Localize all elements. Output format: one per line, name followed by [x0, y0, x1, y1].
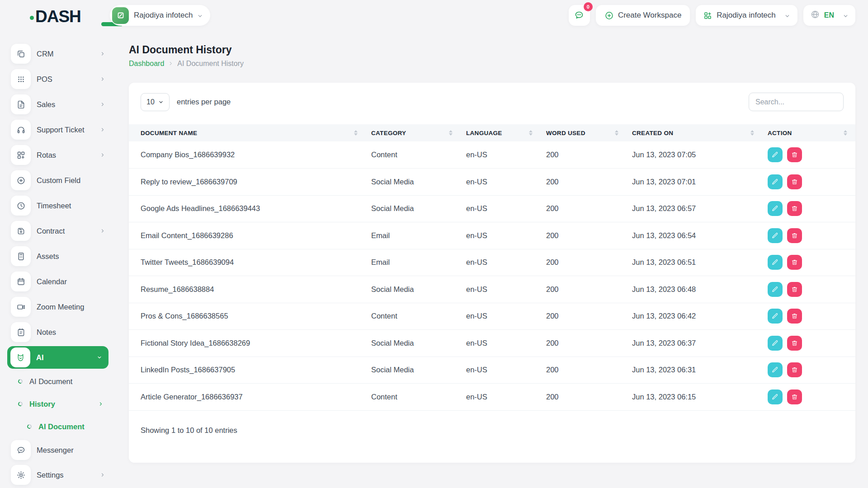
- sort-icon: [529, 130, 533, 136]
- sidebar-item-zoom-meeting[interactable]: Zoom Meeting: [0, 294, 129, 319]
- delete-button[interactable]: [787, 389, 802, 404]
- language-cell: en-US: [461, 357, 541, 384]
- created-on-cell: Jun 13, 2023 06:37: [627, 330, 762, 357]
- sidebar-item-custom-field[interactable]: Custom Field: [0, 168, 129, 193]
- logo-dot-icon: [30, 16, 34, 20]
- sidebar-item-settings[interactable]: Settings: [0, 462, 129, 488]
- create-workspace-button[interactable]: Create Workspace: [596, 5, 690, 26]
- topbar: DASH Rajodiya infotech 0 Create Workspac…: [0, 0, 868, 32]
- table-row: Company Bios_1686639932 Content en-US 20…: [129, 141, 855, 169]
- doc-name-cell: Twitter Tweets_1686639094: [129, 249, 366, 276]
- created-on-cell: Jun 13, 2023 06:31: [627, 357, 762, 384]
- sidebar-item-history[interactable]: History: [0, 393, 129, 415]
- table-row: Twitter Tweets_1686639094 Email en-US 20…: [129, 249, 855, 276]
- delete-button[interactable]: [787, 201, 802, 216]
- word-used-cell: 200: [541, 384, 627, 411]
- sidebar-item-history-ai-document[interactable]: AI Document: [0, 415, 129, 438]
- delete-button[interactable]: [787, 362, 802, 377]
- edit-button[interactable]: [768, 362, 783, 377]
- sidebar-item-ai-document[interactable]: AI Document: [0, 370, 129, 393]
- edit-button[interactable]: [768, 174, 783, 189]
- word-used-cell: 200: [541, 141, 627, 169]
- pencil-icon: [772, 205, 778, 212]
- edit-button[interactable]: [768, 336, 783, 351]
- main-content: AI Document History Dashboard AI Documen…: [129, 32, 855, 488]
- sidebar-item-calendar[interactable]: Calendar: [0, 269, 129, 294]
- entries-per-page-label: entries per page: [177, 98, 231, 106]
- page-size-select[interactable]: 10: [141, 93, 170, 111]
- category-cell: Content: [366, 141, 461, 169]
- delete-button[interactable]: [787, 174, 802, 189]
- doc-name-cell: Company Bios_1686639932: [129, 141, 366, 169]
- sidebar-item-notes[interactable]: Notes: [0, 319, 129, 345]
- edit-button[interactable]: [768, 389, 783, 404]
- pencil-icon: [772, 394, 778, 400]
- sidebar-item-crm[interactable]: CRM: [0, 41, 129, 66]
- column-header-action[interactable]: ACTION: [762, 124, 855, 141]
- breadcrumb-dashboard-link[interactable]: Dashboard: [129, 60, 164, 68]
- sidebar-item-pos[interactable]: POS: [0, 66, 129, 92]
- app-logo[interactable]: DASH: [30, 7, 81, 26]
- chevron-right-icon: [100, 51, 105, 56]
- delete-button[interactable]: [787, 228, 802, 243]
- column-header-word-used[interactable]: WORD USED: [541, 124, 627, 141]
- edit-button[interactable]: [768, 309, 783, 324]
- breadcrumb: Dashboard AI Document History: [129, 60, 855, 68]
- messenger-icon: [11, 440, 31, 460]
- crm-icon: [11, 44, 31, 64]
- pencil-icon: [772, 340, 778, 347]
- table-row: Fictional Story Idea_1686638269 Social M…: [129, 330, 855, 357]
- sidebar-item-contract[interactable]: Contract: [0, 218, 129, 244]
- radial-bullet-icon: [27, 424, 33, 430]
- workspace-pill[interactable]: Rajodiya infotech: [110, 5, 210, 26]
- delete-button[interactable]: [787, 336, 802, 351]
- delete-button[interactable]: [787, 309, 802, 324]
- sidebar-item-timesheet[interactable]: Timesheet: [0, 193, 129, 218]
- edit-button[interactable]: [768, 282, 783, 297]
- category-cell: Email: [366, 249, 461, 276]
- sidebar-item-rotas[interactable]: Rotas: [0, 142, 129, 168]
- language-cell: en-US: [461, 195, 541, 222]
- delete-button[interactable]: [787, 255, 802, 270]
- chevron-down-icon: [843, 13, 849, 19]
- chat-bubble-icon: [574, 10, 585, 21]
- timesheet-icon: [11, 196, 31, 216]
- workspace-switcher[interactable]: Rajodiya infotech: [696, 5, 797, 26]
- workspace-avatar: [112, 7, 129, 24]
- created-on-cell: Jun 13, 2023 07:05: [627, 141, 762, 169]
- word-used-cell: 200: [541, 222, 627, 249]
- category-cell: Social Media: [366, 330, 461, 357]
- language-selector[interactable]: EN: [803, 5, 855, 26]
- column-header-created-on[interactable]: CREATED ON: [627, 124, 762, 141]
- sidebar-item-assets[interactable]: Assets: [0, 244, 129, 269]
- chat-notifications-button[interactable]: 0: [569, 5, 590, 26]
- created-on-cell: Jun 13, 2023 06:57: [627, 195, 762, 222]
- sidebar-item-sales[interactable]: Sales: [0, 92, 129, 117]
- column-header-language[interactable]: LANGUAGE: [461, 124, 541, 141]
- sidebar: CRM POS Sales Support Ticket Rotas Custo…: [0, 32, 129, 488]
- language-cell: en-US: [461, 222, 541, 249]
- category-cell: Email: [366, 222, 461, 249]
- page-size-value: 10: [146, 98, 155, 106]
- column-header-category[interactable]: CATEGORY: [366, 124, 461, 141]
- edit-button[interactable]: [768, 147, 783, 162]
- edit-button[interactable]: [768, 201, 783, 216]
- pencil-icon: [772, 232, 778, 239]
- sidebar-item-support-ticket[interactable]: Support Ticket: [0, 117, 129, 142]
- search-input[interactable]: [749, 93, 844, 111]
- delete-button[interactable]: [787, 282, 802, 297]
- chevron-right-icon: [100, 152, 105, 158]
- sidebar-item-ai[interactable]: AI: [7, 346, 108, 369]
- table-row: Google Ads Headlines_1686639443 Social M…: [129, 195, 855, 222]
- edit-button[interactable]: [768, 228, 783, 243]
- column-header-document-name[interactable]: DOCUMENT NAME: [129, 124, 366, 141]
- edit-button[interactable]: [768, 255, 783, 270]
- delete-button[interactable]: [787, 147, 802, 162]
- table-row: LinkedIn Posts_1686637905 Social Media e…: [129, 357, 855, 384]
- pencil-icon: [772, 151, 778, 158]
- history-table: DOCUMENT NAME CATEGORY LANGUAGE WORD USE…: [129, 124, 855, 411]
- sidebar-item-messenger[interactable]: Messenger: [0, 438, 129, 462]
- created-on-cell: Jun 13, 2023 06:48: [627, 276, 762, 303]
- trash-icon: [791, 178, 798, 185]
- language-cell: en-US: [461, 249, 541, 276]
